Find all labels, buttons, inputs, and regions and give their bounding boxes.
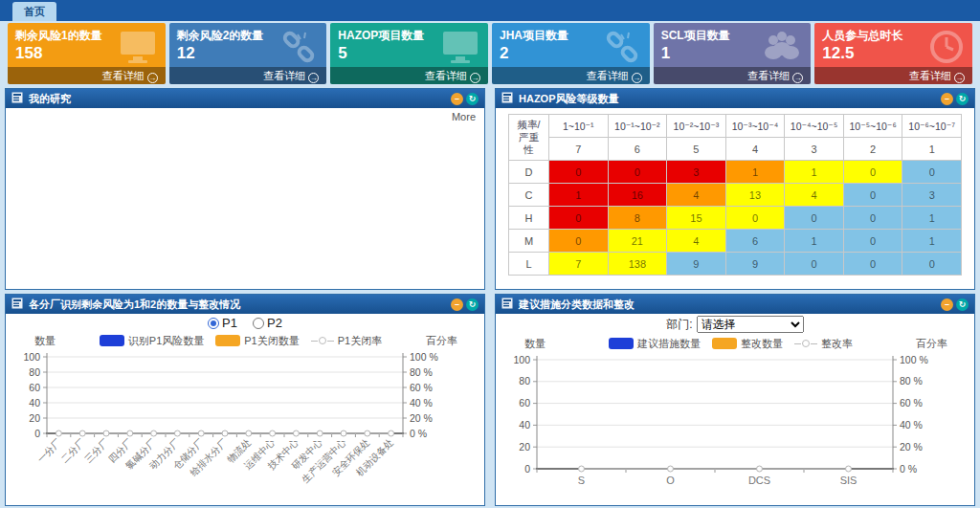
panel-header: 我的研究 – ↻	[6, 89, 484, 108]
measures-chart-body: 部门: 请选择 数量 建议措施数量整改数量整改率 百分率 00 %2020 %4…	[496, 314, 974, 505]
department-select[interactable]: 请选择	[697, 316, 804, 333]
matrix-frequency-header: 1~10⁻¹	[549, 115, 609, 138]
more-link[interactable]: More	[452, 111, 476, 122]
refresh-icon[interactable]: ↻	[466, 93, 479, 105]
refresh-icon[interactable]: ↻	[956, 298, 969, 311]
svg-text:20: 20	[29, 412, 40, 424]
legend-label: P1关闭数量	[244, 334, 299, 348]
matrix-cell: 0	[843, 161, 902, 184]
svg-text:40 %: 40 %	[410, 397, 433, 409]
legend-line-marker	[311, 337, 334, 344]
matrix-cell: 16	[608, 184, 667, 207]
svg-text:0 %: 0 %	[900, 463, 917, 475]
matrix-frequency-header: 10⁻¹~10⁻²	[608, 115, 667, 138]
tab-home[interactable]: 首页	[12, 2, 56, 21]
panel-icon	[501, 92, 513, 105]
svg-text:100 %: 100 %	[900, 354, 928, 365]
view-details-link[interactable]: 查看详细→	[330, 67, 488, 84]
legend-label: P1关闭率	[338, 334, 382, 348]
minimize-icon[interactable]: –	[451, 93, 463, 105]
view-details-link[interactable]: 查看详细→	[169, 67, 327, 84]
matrix-row-label: M	[509, 230, 549, 253]
matrix-cell: 9	[725, 253, 785, 276]
svg-text:60 %: 60 %	[410, 382, 433, 393]
view-details-link[interactable]: 查看详细→	[492, 67, 650, 84]
radio-icon[interactable]	[253, 318, 264, 329]
matrix-level-header: 6	[608, 138, 667, 161]
svg-text:100 %: 100 %	[410, 351, 438, 363]
hazop-matrix-body: 频率/ 严重 性1~10⁻¹10⁻¹~10⁻²10⁻²~10⁻³10⁻³~10⁻…	[496, 108, 974, 289]
matrix-cell: 15	[667, 207, 726, 230]
panel-header: HAZOP风险等级数量 – ↻	[496, 89, 974, 108]
matrix-cell: 0	[608, 161, 667, 184]
matrix-cell: 1	[902, 207, 962, 230]
radio-p1[interactable]: P1	[208, 316, 237, 330]
legend-label: 识别P1风险数量	[128, 334, 204, 348]
view-details-link[interactable]: 查看详细→	[814, 67, 972, 84]
svg-text:SIS: SIS	[840, 475, 858, 486]
matrix-row: D0031100	[509, 161, 962, 184]
svg-text:20: 20	[519, 441, 530, 453]
matrix-cell: 7	[549, 253, 609, 276]
risk-matrix-table: 频率/ 严重 性1~10⁻¹10⁻¹~10⁻²10⁻²~10⁻³10⁻³~10⁻…	[508, 114, 962, 276]
risk-chart-body: P1P2 数量 识别P1风险数量P1关闭数量P1关闭率 百分率 00 %2020…	[6, 314, 484, 505]
radio-icon[interactable]	[208, 318, 219, 329]
svg-text:0 %: 0 %	[410, 428, 427, 439]
panel-hazop-matrix: HAZOP风险等级数量 – ↻ 频率/ 严重 性1~10⁻¹10⁻¹~10⁻²1…	[495, 88, 975, 290]
kpi-card: 人员参与总时长12.5查看详细→	[814, 23, 972, 84]
svg-text:40: 40	[519, 419, 530, 431]
broken-link-icon	[602, 29, 642, 69]
radio-label: P1	[222, 316, 237, 330]
refresh-icon[interactable]: ↻	[466, 298, 479, 311]
panel-measures-chart: 建议措施分类数据和整改 – ↻ 部门: 请选择 数量 建议措施数量整改数量整改率…	[495, 294, 975, 506]
legend-swatch	[712, 338, 737, 349]
circle-arrow-icon: →	[792, 73, 803, 83]
svg-text:80 %: 80 %	[900, 375, 923, 387]
radio-p2[interactable]: P2	[253, 316, 282, 330]
minimize-icon[interactable]: –	[941, 93, 953, 105]
svg-text:60: 60	[29, 382, 40, 393]
legend-item: 建议措施数量	[609, 337, 701, 351]
svg-text:100: 100	[23, 351, 40, 363]
svg-text:O: O	[666, 475, 675, 486]
matrix-level-header: 5	[667, 138, 726, 161]
matrix-cell: 13	[725, 184, 785, 207]
matrix-frequency-header: 10⁻²~10⁻³	[667, 115, 726, 138]
panel-grid: 我的研究 – ↻ More HAZOP风险等级数量 – ↻ 频率/ 严重 性1~…	[5, 88, 975, 506]
matrix-frequency-header: 10⁻³~10⁻⁴	[725, 115, 785, 138]
matrix-cell: 0	[843, 230, 902, 253]
circle-arrow-icon: →	[308, 73, 319, 83]
matrix-cell: 8	[608, 207, 667, 230]
panel-my-research: 我的研究 – ↻ More	[5, 88, 485, 290]
legend-label: 建议措施数量	[637, 337, 701, 351]
matrix-cell: 1	[725, 161, 785, 184]
minimize-icon[interactable]: –	[941, 298, 953, 311]
measures-chart-legend: 数量 建议措施数量整改数量整改率 百分率	[496, 335, 974, 352]
svg-text:三分厂: 三分厂	[82, 437, 110, 465]
view-details-link[interactable]: 查看详细→	[8, 67, 166, 84]
matrix-row: L713899000	[509, 253, 962, 276]
legend-label: 整改数量	[741, 337, 783, 351]
minimize-icon[interactable]: –	[451, 298, 463, 311]
legend-item: 识别P1风险数量	[100, 334, 204, 348]
refresh-icon[interactable]: ↻	[956, 93, 969, 105]
matrix-row-label: L	[509, 253, 549, 276]
matrix-row-label: C	[509, 184, 549, 207]
svg-text:100: 100	[513, 354, 530, 365]
circle-arrow-icon: →	[632, 73, 642, 83]
risk-chart-legend: 数量 识别P1风险数量P1关闭数量P1关闭率 百分率	[6, 332, 484, 349]
matrix-cell: 0	[902, 161, 962, 184]
kpi-card-row: 剩余风险1的数量158查看详细→剩余风险2的数量12查看详细→HAZOP项目数量…	[0, 21, 980, 85]
view-details-link[interactable]: 查看详细→	[654, 67, 812, 84]
svg-text:DCS: DCS	[748, 475, 770, 486]
matrix-cell: 3	[902, 184, 962, 207]
matrix-frequency-header: 10⁻⁴~10⁻⁵	[785, 115, 844, 138]
matrix-row: M02146101	[509, 230, 962, 253]
svg-text:80: 80	[519, 375, 530, 387]
measures-category-chart: 00 %2020 %4040 %6060 %8080 %100100 %SODC…	[499, 352, 971, 503]
svg-text:60: 60	[519, 397, 530, 409]
view-details-label: 查看详细	[263, 70, 305, 81]
matrix-cell: 0	[549, 161, 609, 184]
panel-title: 我的研究	[29, 92, 71, 106]
matrix-cell: 0	[785, 207, 844, 230]
